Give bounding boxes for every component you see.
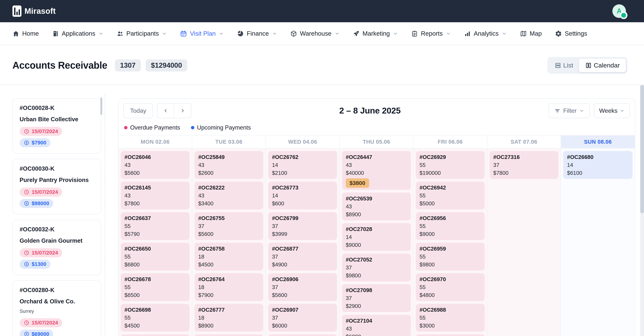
payment-cell[interactable]: #OC2668014$6100 xyxy=(563,151,632,179)
online-status-dot xyxy=(620,12,628,19)
chevron-left-icon xyxy=(163,108,168,113)
payment-cell[interactable]: #OC2709837$2900 xyxy=(342,284,411,312)
payment-amount: $2100 xyxy=(272,169,333,177)
order-card[interactable]: #OC00280-KOrchard & Olive Co.Surrey15/07… xyxy=(12,280,101,336)
payment-qty: 14 xyxy=(567,161,629,169)
payment-qty: 37 xyxy=(198,222,260,230)
weeks-select[interactable]: Weeks xyxy=(594,103,630,118)
payment-cell[interactable]: #OC2667855$6500 xyxy=(121,273,190,301)
payment-cell[interactable]: #OC2665055$6800 xyxy=(121,243,190,271)
due-date: 15/07/2024 xyxy=(32,250,58,256)
order-company: Golden Grain Gourmet xyxy=(20,237,94,244)
nav-item-marketing[interactable]: Marketing xyxy=(353,30,398,37)
payment-cell[interactable]: #OC2687737$4900 xyxy=(268,243,337,271)
chevron-down-icon xyxy=(98,31,104,36)
payment-qty: 43 xyxy=(346,161,407,169)
nav-item-reports[interactable]: Reports xyxy=(411,30,451,37)
user-avatar[interactable]: A xyxy=(612,4,626,18)
order-company: Purely Pantry Provisions xyxy=(20,177,94,184)
payment-amount: $4800 xyxy=(420,291,481,299)
payment-cell[interactable]: #OC2705237$9800 xyxy=(342,254,411,281)
payment-cell[interactable]: #OC2669855$4500 xyxy=(121,304,190,332)
day-header: SAT 07.06 xyxy=(487,135,561,148)
payment-order-id: #OC27028 xyxy=(346,225,407,233)
list-view-button[interactable]: List xyxy=(549,62,579,69)
finance-icon xyxy=(237,30,244,37)
nav-item-applications[interactable]: Applications xyxy=(52,30,104,37)
order-card[interactable]: #OC00028-KUrban Bite Collective15/07/202… xyxy=(12,98,101,154)
payment-amount: $7800 xyxy=(124,200,186,207)
payment-cell[interactable]: #OC2584943$2600 xyxy=(194,151,264,179)
payment-cell[interactable]: #OC2675818$4500 xyxy=(194,243,264,271)
payment-cell[interactable]: #OC2690637$5600 xyxy=(268,273,337,301)
payment-cell[interactable]: #OC2697055$4800 xyxy=(416,273,485,301)
payment-cell[interactable]: #OC2622243$3400 xyxy=(194,182,264,210)
calendar-panel: Today 2 – 8 June 2025 Filter xyxy=(118,98,635,336)
payment-cell[interactable]: #OC2614543$7800 xyxy=(121,182,190,210)
nav-item-label: Analytics xyxy=(474,30,499,37)
payment-order-id: #OC26970 xyxy=(420,275,481,283)
nav-item-home[interactable]: Home xyxy=(12,30,39,37)
order-card[interactable]: #OC00032-KGolden Grain Gourmet15/07/2024… xyxy=(12,220,101,275)
order-card[interactable]: #OC00030-KPurely Pantry Provisions15/07/… xyxy=(12,159,101,214)
payment-cell[interactable]: #OC2678118$8000 xyxy=(194,334,264,336)
calendar-view-button[interactable]: Calendar xyxy=(579,58,626,72)
payment-cell[interactable]: #OC2676214$2100 xyxy=(268,151,337,179)
payment-amount: $4500 xyxy=(198,261,260,268)
next-week-button[interactable] xyxy=(174,103,191,118)
payment-cell[interactable]: #OC2604643$5600 xyxy=(121,151,190,179)
payment-cell[interactable]: #OC2644743$40000$3800 xyxy=(342,151,411,190)
nav-item-label: Reports xyxy=(421,30,443,37)
nav-item-participants[interactable]: Participants xyxy=(116,30,167,37)
nav-item-map[interactable]: Map xyxy=(520,30,542,37)
chevron-down-icon xyxy=(162,31,167,36)
payment-order-id: #OC26046 xyxy=(124,153,186,161)
nav-item-settings[interactable]: Settings xyxy=(555,30,587,37)
payment-cell[interactable]: #OC2702814$9000 xyxy=(342,223,411,251)
payment-cell[interactable]: #OC2653943$8900 xyxy=(342,193,411,220)
order-id: #OC00280-K xyxy=(20,287,94,294)
payment-qty: 43 xyxy=(198,161,260,169)
brand-logo-icon xyxy=(12,6,22,17)
nav-item-label: Map xyxy=(530,30,542,37)
payment-cell[interactable]: #OC2731637$7800 xyxy=(490,151,558,179)
filter-button[interactable]: Filter xyxy=(548,103,590,118)
payment-cell[interactable]: #OC2677718$8900 xyxy=(194,304,264,332)
map-icon xyxy=(520,30,527,37)
day-column: #OC2692955$190000#OC2694255$5000#OC26956… xyxy=(414,148,487,336)
payment-cell[interactable]: #OC2710443$6000$1300 xyxy=(342,315,411,336)
payment-cell[interactable]: #OC2691537$5000 xyxy=(268,334,337,336)
today-button[interactable]: Today xyxy=(123,103,153,118)
payment-cell[interactable]: #OC2679937$3999 xyxy=(268,212,337,240)
page-scrollbar[interactable] xyxy=(640,85,644,336)
payment-cell[interactable]: #OC2671155$2800 xyxy=(121,334,190,336)
payment-cell[interactable]: #OC2694255$5000 xyxy=(416,182,485,210)
page-scrollbar-thumb[interactable] xyxy=(640,85,644,213)
payment-qty: 43 xyxy=(346,325,407,332)
payment-amount: $5000 xyxy=(420,200,481,207)
dollar-icon: $ xyxy=(24,140,30,145)
payment-qty: 18 xyxy=(198,253,260,261)
sidebar-scrollbar-thumb[interactable] xyxy=(100,97,102,115)
payment-cell[interactable]: #OC2692955$190000 xyxy=(416,151,485,179)
nav-item-visit-plan[interactable]: Visit Plan xyxy=(180,30,224,37)
payment-order-id: #OC26447 xyxy=(346,153,407,161)
prev-week-button[interactable] xyxy=(158,103,174,118)
legend-item-overdue: Overdue Payments xyxy=(124,124,180,131)
payment-cell[interactable]: #OC2677314$600 xyxy=(268,182,337,210)
payment-cell[interactable]: #OC2698855$3000 xyxy=(416,304,485,332)
nav-item-warehouse[interactable]: Warehouse xyxy=(290,30,340,37)
analytics-icon xyxy=(464,30,471,37)
nav-item-analytics[interactable]: Analytics xyxy=(464,30,507,37)
payment-amount: $3000 xyxy=(420,322,481,329)
payment-cell[interactable]: #OC2663755$5790 xyxy=(121,212,190,240)
home-icon xyxy=(12,30,20,37)
payment-cell[interactable]: #OC2695955$9800 xyxy=(416,243,485,271)
payment-cell[interactable]: #OC2675537$5600 xyxy=(194,212,264,240)
payment-cell[interactable]: #OC2700055$5000 xyxy=(416,334,485,336)
payment-amount: $9800 xyxy=(346,271,407,279)
payment-cell[interactable]: #OC2695655$9000 xyxy=(416,212,485,240)
nav-item-finance[interactable]: Finance xyxy=(237,30,277,37)
payment-cell[interactable]: #OC2690737$6000 xyxy=(268,304,337,332)
payment-cell[interactable]: #OC2676418$7900 xyxy=(194,273,264,301)
